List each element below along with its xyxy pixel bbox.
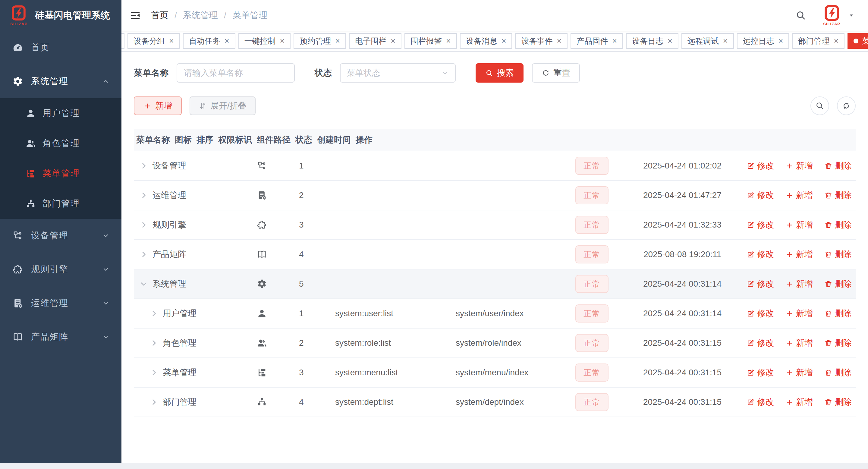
page-tab[interactable]: 部门管理: [792, 33, 844, 49]
add-button[interactable]: 新增: [134, 96, 182, 115]
delete-link[interactable]: 删除: [824, 249, 852, 260]
delete-link[interactable]: 删除: [824, 396, 852, 408]
table-row[interactable]: 设备管理 1 正常 2025-04-24 01:02:02: [134, 151, 856, 181]
expand-row-chevron-icon[interactable]: [150, 369, 158, 376]
edit-link[interactable]: 修改: [747, 308, 774, 319]
page-tab[interactable]: 菜单管理: [847, 33, 868, 49]
table-row[interactable]: 用户管理 1 system:user:list system/user/inde…: [134, 299, 856, 329]
page-tab[interactable]: 电子围栏: [349, 33, 401, 49]
table-row[interactable]: 系统管理 5 正常 2025-04-24 00:31:14: [134, 270, 856, 299]
sidebar-item[interactable]: 首页: [0, 31, 121, 64]
expand-row-chevron-icon[interactable]: [140, 221, 148, 229]
close-icon[interactable]: [280, 36, 285, 46]
add-child-link[interactable]: 新增: [785, 160, 813, 171]
status-badge: 正常: [575, 334, 609, 352]
add-child-link[interactable]: 新增: [785, 337, 813, 349]
edit-link[interactable]: 修改: [747, 160, 774, 171]
status-select[interactable]: 菜单状态: [340, 63, 456, 83]
edit-link[interactable]: 修改: [747, 190, 774, 201]
sidebar-item[interactable]: 设备管理: [0, 219, 121, 253]
caret-down-icon[interactable]: [848, 12, 855, 19]
sidebar-item[interactable]: 系统管理: [0, 64, 121, 98]
page-tab[interactable]: 围栏报警: [404, 33, 457, 49]
table-row[interactable]: 规则引擎 3 正常 2025-04-24 01:32:33: [134, 210, 856, 240]
user-avatar[interactable]: SILIZAP: [823, 4, 840, 26]
add-child-link[interactable]: 新增: [785, 278, 813, 290]
sidebar-item[interactable]: 菜单管理: [0, 159, 121, 189]
hide-search-icon[interactable]: [810, 96, 829, 115]
page-tab[interactable]: 产品固件: [570, 33, 623, 49]
sidebar-logo[interactable]: SILIZAP 硅基闪电管理系统: [0, 0, 121, 31]
edit-link[interactable]: 修改: [747, 337, 774, 349]
tab-label: 设备消息: [466, 36, 497, 46]
breadcrumb-home[interactable]: 首页: [151, 9, 168, 22]
reset-button[interactable]: 重置: [532, 63, 580, 83]
close-icon[interactable]: [446, 36, 451, 46]
sidebar-item[interactable]: 产品矩阵: [0, 320, 121, 354]
table-row[interactable]: 角色管理 2 system:role:list system/role/inde…: [134, 329, 856, 358]
delete-link[interactable]: 删除: [824, 308, 852, 319]
header-search-icon[interactable]: [795, 10, 806, 21]
edit-link[interactable]: 修改: [747, 219, 774, 230]
close-icon[interactable]: [501, 36, 506, 46]
expand-row-chevron-icon[interactable]: [140, 250, 148, 258]
clipped-tab[interactable]: [121, 33, 124, 49]
add-child-link[interactable]: 新增: [785, 396, 813, 408]
edit-link[interactable]: 修改: [747, 249, 774, 260]
table-row[interactable]: 产品矩阵 4 正常 2025-08-08 19:20:11: [134, 240, 856, 270]
page-tab[interactable]: 设备日志: [626, 33, 678, 49]
close-icon[interactable]: [391, 36, 396, 46]
close-icon[interactable]: [169, 36, 174, 46]
delete-link[interactable]: 删除: [824, 278, 852, 290]
table-row[interactable]: 菜单管理 3 system:menu:list system/menu/inde…: [134, 358, 856, 387]
edit-link[interactable]: 修改: [747, 396, 774, 408]
search-button[interactable]: 搜索: [475, 63, 524, 83]
delete-link[interactable]: 删除: [824, 219, 852, 230]
table-row[interactable]: 部门管理 4 system:dept:list system/dept/inde…: [134, 387, 856, 417]
add-child-link[interactable]: 新增: [785, 219, 813, 230]
refresh-icon[interactable]: [837, 96, 856, 115]
breadcrumb-section[interactable]: 系统管理: [183, 9, 218, 22]
page-tab[interactable]: 设备分组: [127, 33, 180, 49]
page-tab[interactable]: 设备消息: [460, 33, 513, 49]
expand-row-chevron-icon[interactable]: [150, 310, 158, 317]
expand-row-chevron-icon[interactable]: [150, 398, 158, 406]
page-tab[interactable]: 一键控制: [239, 33, 291, 49]
add-child-link[interactable]: 新增: [785, 308, 813, 319]
page-tab[interactable]: 远程调试: [681, 33, 734, 49]
page-tab[interactable]: 远控日志: [737, 33, 789, 49]
delete-link[interactable]: 删除: [824, 337, 852, 349]
table-row[interactable]: 运维管理 2 正常 2025-04-24 01:47:27: [134, 181, 856, 210]
sidebar-item[interactable]: 部门管理: [0, 189, 121, 219]
menu-name-input[interactable]: [177, 63, 295, 83]
delete-link[interactable]: 删除: [824, 160, 852, 171]
close-icon[interactable]: [612, 36, 617, 46]
close-icon[interactable]: [668, 36, 673, 46]
page-tab[interactable]: 自动任务: [183, 33, 236, 49]
expand-row-chevron-icon[interactable]: [140, 280, 148, 288]
close-icon[interactable]: [557, 36, 561, 46]
sidebar-item[interactable]: 运维管理: [0, 286, 121, 320]
page-tab[interactable]: 预约管理: [293, 33, 346, 49]
add-child-link[interactable]: 新增: [785, 367, 813, 378]
collapse-sidebar-icon[interactable]: [129, 9, 141, 22]
close-icon[interactable]: [834, 36, 838, 46]
sidebar-item[interactable]: 用户管理: [0, 98, 121, 128]
close-icon[interactable]: [723, 36, 728, 46]
delete-link[interactable]: 删除: [824, 190, 852, 201]
expand-row-chevron-icon[interactable]: [150, 339, 158, 347]
close-icon[interactable]: [778, 36, 783, 46]
sidebar-item[interactable]: 规则引擎: [0, 253, 121, 286]
delete-link[interactable]: 删除: [824, 367, 852, 378]
page-tab[interactable]: 设备事件: [515, 33, 567, 49]
close-icon[interactable]: [224, 36, 229, 46]
add-child-link[interactable]: 新增: [785, 249, 813, 260]
expand-collapse-button[interactable]: 展开/折叠: [190, 96, 255, 115]
close-icon[interactable]: [335, 36, 340, 46]
edit-link[interactable]: 修改: [747, 278, 774, 290]
edit-link[interactable]: 修改: [747, 367, 774, 378]
expand-row-chevron-icon[interactable]: [140, 162, 148, 170]
expand-row-chevron-icon[interactable]: [140, 191, 148, 199]
sidebar-item[interactable]: 角色管理: [0, 128, 121, 159]
add-child-link[interactable]: 新增: [785, 190, 813, 201]
